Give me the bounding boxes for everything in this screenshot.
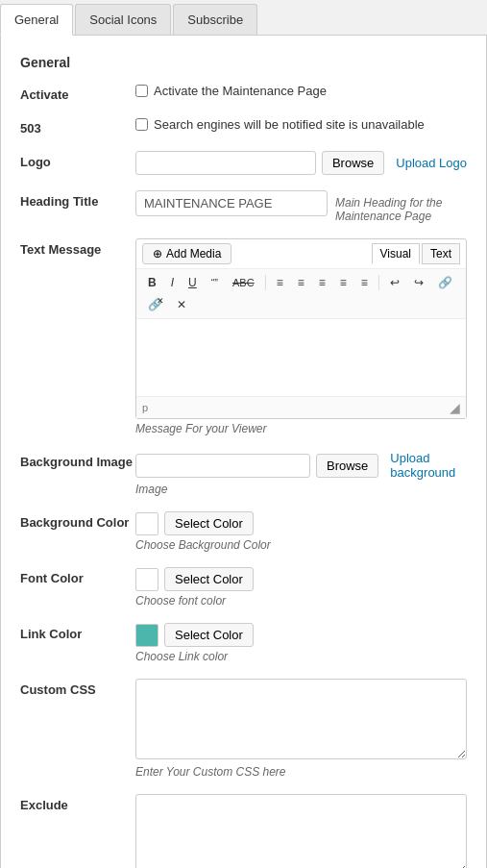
editor-tag: p <box>142 402 148 413</box>
background-color-select-button[interactable]: Select Color <box>164 511 254 535</box>
editor-body[interactable] <box>136 319 466 396</box>
activate-checkbox-label: Activate the Maintenance Page <box>154 84 327 98</box>
format-divider-1 <box>265 275 266 290</box>
italic-button[interactable]: I <box>165 273 180 292</box>
background-color-field: Select Color Choose Background Color <box>135 511 467 552</box>
activate-label: Activate <box>20 84 135 102</box>
bold-button[interactable]: B <box>142 273 162 292</box>
custom-css-hint: Enter Your Custom CSS here <box>135 765 467 779</box>
font-color-row: Font Color Select Color Choose font colo… <box>20 567 467 608</box>
editor-toolbar-top: ⊕ Add Media Visual Text <box>136 239 466 269</box>
undo-button[interactable]: ↩ <box>384 273 405 292</box>
heading-title-hint: Main Heading for the Maintenance Page <box>335 190 467 223</box>
font-color-select-button[interactable]: Select Color <box>164 567 254 591</box>
exclude-row: Exclude Enter the page/post slug. One sl… <box>20 794 467 868</box>
strikethrough-button[interactable]: ABC <box>227 273 260 292</box>
align-center-button[interactable]: ≡ <box>334 273 353 292</box>
custom-css-label: Custom CSS <box>20 679 135 697</box>
text-message-hint: Message For your Viewer <box>135 422 467 435</box>
background-image-label: Background Image <box>20 451 135 469</box>
editor-wrapper: ⊕ Add Media Visual Text B I U “” <box>135 238 467 419</box>
content-area: General Activate Activate the Maintenanc… <box>0 36 487 868</box>
activate-checkbox[interactable] <box>135 85 148 97</box>
activate-row: Activate Activate the Maintenance Page <box>20 84 467 102</box>
fullscreen-button[interactable]: ✕ <box>171 295 192 314</box>
logo-upload-link[interactable]: Upload Logo <box>396 156 467 170</box>
link-color-label: Link Color <box>20 623 135 641</box>
text-mode-button[interactable]: Text <box>422 243 460 264</box>
align-left-button[interactable]: ≡ <box>313 273 331 292</box>
tab-subscribe[interactable]: Subscribe <box>173 4 257 35</box>
background-image-input-browse: Browse Upload background <box>135 451 467 480</box>
page-wrapper: General Social Icons Subscribe General A… <box>0 0 487 868</box>
heading-title-field: Main Heading for the Maintenance Page <box>135 190 467 223</box>
activate-field: Activate the Maintenance Page <box>135 84 467 98</box>
exclude-label: Exclude <box>20 794 135 812</box>
background-color-swatch <box>135 512 158 535</box>
text-message-row: Text Message ⊕ Add Media Visual Text <box>20 238 467 435</box>
background-image-input[interactable] <box>135 454 310 478</box>
add-media-button[interactable]: ⊕ Add Media <box>142 243 231 264</box>
logo-input[interactable] <box>135 151 316 175</box>
background-color-label: Background Color <box>20 511 135 530</box>
custom-css-row: Custom CSS Enter Your Custom CSS here <box>20 679 467 779</box>
custom-css-textarea[interactable] <box>135 679 467 759</box>
background-image-field: Browse Upload background Image <box>135 451 467 496</box>
logo-browse-button[interactable]: Browse <box>322 151 384 175</box>
background-image-upload-link[interactable]: Upload background <box>390 451 467 480</box>
font-color-field: Select Color Choose font color <box>135 567 467 608</box>
format-divider-2 <box>378 275 379 290</box>
503-checkbox-row: Search engines will be notified site is … <box>135 117 467 132</box>
section-title: General <box>20 55 467 70</box>
editor-resize-handle[interactable]: ◢ <box>450 400 460 415</box>
link-color-swatch <box>135 624 158 647</box>
text-message-label: Text Message <box>20 238 135 257</box>
align-right-button[interactable]: ≡ <box>355 273 374 292</box>
background-color-hint: Choose Background Color <box>135 538 467 552</box>
503-checkbox-label: Search engines will be notified site is … <box>154 117 425 132</box>
503-field: Search engines will be notified site is … <box>135 117 467 132</box>
heading-title-label: Heading Title <box>20 190 135 209</box>
font-color-hint: Choose font color <box>135 594 467 608</box>
background-color-row: Background Color Select Color Choose Bac… <box>20 511 467 552</box>
tab-general[interactable]: General <box>0 4 73 36</box>
exclude-field: Enter the page/post slug. One slug per l… <box>135 794 467 868</box>
background-image-hint: Image <box>135 483 467 496</box>
redo-button[interactable]: ↪ <box>408 273 429 292</box>
logo-row: Logo Browse Upload Logo <box>20 151 467 175</box>
link-color-select-button[interactable]: Select Color <box>164 623 254 647</box>
logo-field: Browse Upload Logo <box>135 151 467 175</box>
link-color-field: Select Color Choose Link color <box>135 623 467 663</box>
logo-input-browse: Browse Upload Logo <box>135 151 467 175</box>
tab-social-icons[interactable]: Social Icons <box>75 4 171 35</box>
remove-link-button[interactable]: 🔗✕ <box>142 295 168 314</box>
heading-title-row: Heading Title Main Heading for the Maint… <box>20 190 467 223</box>
background-image-row: Background Image Browse Upload backgroun… <box>20 451 467 496</box>
background-image-browse-button[interactable]: Browse <box>316 454 378 478</box>
heading-title-input[interactable] <box>135 190 328 216</box>
tabs-bar: General Social Icons Subscribe <box>0 0 487 36</box>
ordered-list-button[interactable]: ≡ <box>292 273 310 292</box>
exclude-textarea[interactable] <box>135 794 467 868</box>
visual-mode-button[interactable]: Visual <box>372 243 420 264</box>
font-color-swatch <box>135 568 158 591</box>
insert-link-button[interactable]: 🔗 <box>432 273 458 292</box>
editor-format-bar: B I U “” ABC ≡ ≡ ≡ ≡ ≡ ↩ ↪ 🔗 <box>136 269 466 319</box>
add-media-icon: ⊕ <box>153 247 162 260</box>
add-media-label: Add Media <box>166 247 221 260</box>
editor-mode-buttons: Visual Text <box>372 243 460 264</box>
underline-button[interactable]: U <box>183 273 203 292</box>
unordered-list-button[interactable]: ≡ <box>271 273 289 292</box>
background-color-select-row: Select Color <box>135 511 467 535</box>
link-color-hint: Choose Link color <box>135 650 467 663</box>
editor-footer: p ◢ <box>136 396 466 418</box>
blockquote-button[interactable]: “” <box>206 273 224 292</box>
link-color-select-row: Select Color <box>135 623 467 647</box>
text-message-field: ⊕ Add Media Visual Text B I U “” <box>135 238 467 435</box>
custom-css-field: Enter Your Custom CSS here <box>135 679 467 779</box>
logo-label: Logo <box>20 151 135 169</box>
503-label: 503 <box>20 117 135 136</box>
503-row: 503 Search engines will be notified site… <box>20 117 467 136</box>
503-checkbox[interactable] <box>135 118 148 131</box>
font-color-select-row: Select Color <box>135 567 467 591</box>
